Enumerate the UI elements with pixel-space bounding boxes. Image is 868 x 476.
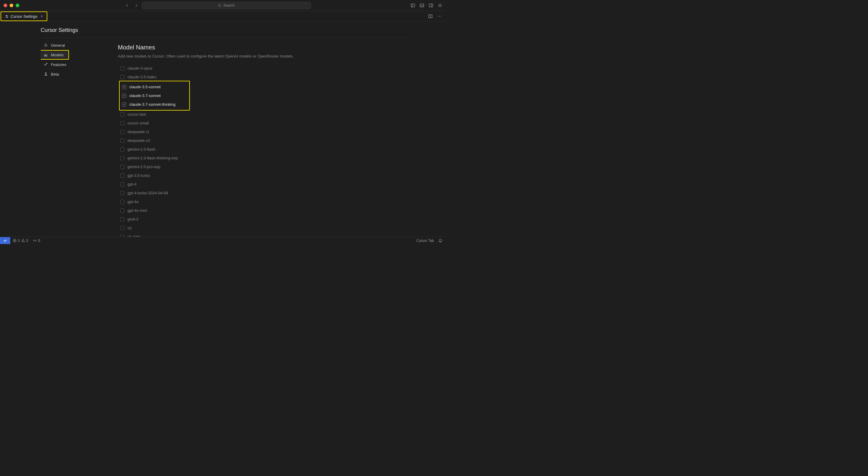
back-icon[interactable]: [125, 3, 129, 7]
remote-button[interactable]: [0, 237, 10, 244]
model-checkbox[interactable]: [120, 121, 124, 125]
model-item: gpt-4o: [118, 197, 410, 206]
model-checkbox[interactable]: [120, 235, 124, 237]
window-controls: [4, 4, 19, 7]
window-maximize[interactable]: [16, 4, 19, 7]
model-item: gpt-4-turbo-2024-04-09: [118, 189, 410, 197]
close-icon[interactable]: ×: [41, 14, 43, 19]
model-item: gemini-2.0-flash: [118, 145, 410, 154]
sidebar-item-label: General: [51, 43, 65, 47]
model-label: gpt-4o: [127, 199, 138, 204]
model-item: gemini-2.0-pro-exp: [118, 162, 410, 171]
nav-arrows: [125, 3, 138, 7]
model-checkbox[interactable]: [120, 66, 124, 70]
gear-icon[interactable]: [438, 3, 442, 8]
sidebar-item-features[interactable]: Features: [41, 60, 111, 69]
model-checkbox[interactable]: [120, 130, 124, 134]
window-minimize[interactable]: [10, 4, 13, 7]
model-checkbox[interactable]: [120, 200, 124, 204]
forward-icon[interactable]: [134, 3, 138, 7]
ports-count: 0: [38, 239, 40, 243]
model-checkbox[interactable]: ✓: [122, 85, 126, 89]
model-checkbox[interactable]: [120, 138, 124, 143]
model-checkbox[interactable]: [120, 191, 124, 195]
bell-icon[interactable]: [438, 239, 442, 243]
model-checkbox[interactable]: [120, 156, 124, 160]
sliders-icon: [5, 14, 9, 19]
more-icon[interactable]: [437, 14, 442, 19]
model-checkbox[interactable]: ✓: [122, 94, 126, 98]
panel-left-icon[interactable]: [410, 3, 415, 8]
model-checkbox[interactable]: [120, 182, 124, 187]
model-list: claude-3-opusclaude-3.5-haiku✓claude-3.5…: [118, 64, 410, 237]
model-checkbox[interactable]: [120, 209, 124, 213]
problems-button[interactable]: 0 0: [10, 239, 30, 243]
svg-point-16: [440, 16, 441, 17]
model-label: deepseek-v3: [127, 138, 150, 143]
broadcast-icon: [33, 239, 37, 243]
tab-cursor-settings[interactable]: Cursor Settings ×: [1, 11, 47, 21]
model-item: claude-3.5-haiku: [118, 73, 410, 81]
cursor-tab-label[interactable]: Cursor Tab: [416, 239, 434, 243]
ports-button[interactable]: 0: [30, 239, 42, 243]
model-label: gpt-4: [127, 182, 136, 187]
model-item: cursor-small: [118, 119, 410, 127]
warning-icon: [21, 239, 25, 243]
model-checkbox[interactable]: [120, 75, 124, 79]
model-checkbox[interactable]: [120, 147, 124, 152]
gear-icon: [44, 43, 48, 47]
model-item: gpt-3.5-turbo: [118, 171, 410, 180]
sidebar-item-label: Models: [51, 53, 64, 57]
model-label: gemini-2.0-flash: [127, 147, 156, 152]
model-checkbox[interactable]: [120, 217, 124, 221]
chart-icon: [44, 53, 48, 57]
svg-point-11: [7, 17, 7, 17]
page-title: Cursor Settings: [41, 22, 410, 38]
model-checkbox[interactable]: [120, 113, 124, 117]
sidebar-item-general[interactable]: General: [41, 40, 111, 50]
panel-bottom-icon[interactable]: [420, 3, 424, 8]
sidebar-item-label: Features: [51, 62, 66, 67]
model-checkbox[interactable]: [120, 226, 124, 230]
settings-body: General Models Features Beta: [41, 38, 410, 237]
flask-icon: [44, 72, 48, 76]
search-icon: [218, 4, 221, 7]
sidebar-item-beta[interactable]: Beta: [41, 69, 111, 79]
model-label: o1: [127, 226, 132, 230]
svg-point-17: [45, 44, 46, 46]
section-title: Model Names: [118, 44, 410, 51]
error-icon: [13, 239, 17, 243]
tab-bar: Cursor Settings ×: [0, 11, 446, 22]
model-label: gpt-3.5-turbo: [127, 173, 150, 178]
search-input[interactable]: Search: [142, 2, 311, 9]
model-item: deepseek-r1: [118, 127, 410, 136]
check-icon: ✓: [123, 103, 125, 106]
model-highlight-group: ✓claude-3.5-sonnet✓claude-3.7-sonnet✓cla…: [119, 81, 190, 110]
svg-point-14: [438, 16, 438, 17]
model-item: o1: [118, 224, 410, 232]
window-close[interactable]: [4, 4, 7, 7]
split-editor-icon[interactable]: [428, 14, 433, 19]
model-checkbox[interactable]: ✓: [122, 102, 126, 107]
model-label: claude-3.7-sonnet: [129, 93, 161, 98]
titlebar-right: [410, 3, 442, 8]
model-item: grok-2: [118, 215, 410, 224]
statusbar-right: Cursor Tab: [416, 239, 446, 243]
tab-label: Cursor Settings: [10, 14, 38, 19]
model-label: gemini-2.0-pro-exp: [127, 164, 160, 169]
model-label: claude-3-opus: [127, 66, 152, 70]
tools-icon: [44, 62, 48, 67]
model-label: claude-3.5-haiku: [127, 75, 156, 79]
remote-icon: [3, 239, 7, 243]
svg-rect-5: [429, 4, 433, 7]
model-checkbox[interactable]: [120, 165, 124, 169]
panel-right-icon[interactable]: [429, 3, 433, 8]
main-content: Model Names Add new models to Cursor. Of…: [111, 38, 410, 237]
model-label: claude-3.5-sonnet: [129, 85, 161, 89]
svg-point-10: [6, 15, 7, 16]
sidebar-item-models[interactable]: Models: [41, 50, 69, 60]
model-item: ✓claude-3.7-sonnet: [121, 91, 176, 100]
model-item: gemini-2.0-flash-thinking-exp: [118, 154, 410, 162]
model-checkbox[interactable]: [120, 173, 124, 178]
titlebar: Search: [0, 0, 446, 11]
